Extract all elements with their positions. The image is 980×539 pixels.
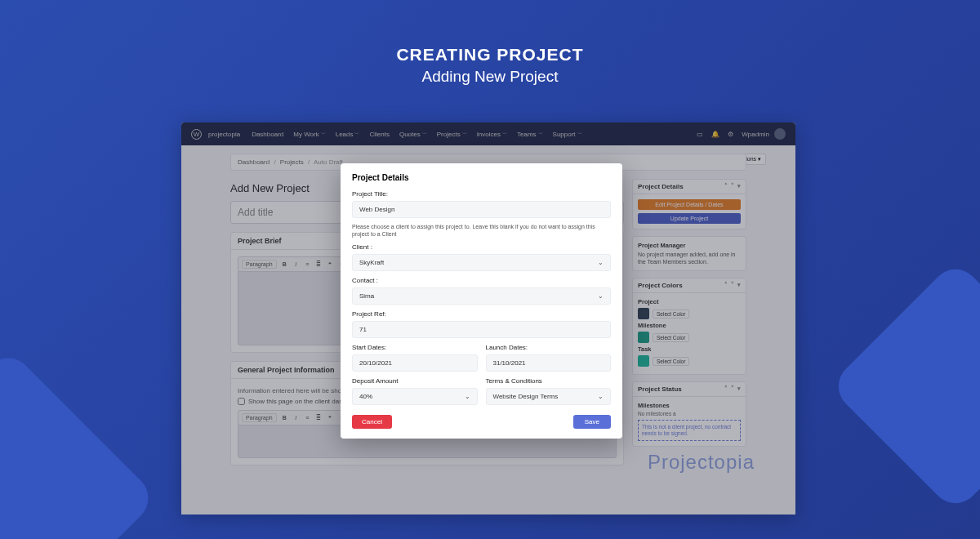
select-color-button[interactable]: Select Color	[653, 357, 689, 366]
nav-projects[interactable]: Projects﹀	[437, 131, 467, 138]
nav-clients[interactable]: Clients	[369, 131, 389, 138]
project-brief-heading: Project Brief	[238, 237, 282, 245]
list-icon[interactable]: ≡	[304, 261, 311, 267]
screenshot-window: W projectopia Dashboard My Work﹀ Leads﹀ …	[181, 122, 795, 514]
paragraph-select-2[interactable]: Paragraph	[242, 413, 277, 422]
paragraph-select[interactable]: Paragraph	[242, 260, 277, 269]
breadcrumb-current: Auto Draft	[314, 158, 343, 166]
checkbox-input[interactable]	[238, 398, 245, 405]
swatch-project	[638, 308, 649, 319]
expand-icon[interactable]: ˅	[731, 282, 734, 289]
expand-icon[interactable]: ˅	[731, 183, 734, 190]
chat-icon[interactable]: ▭	[697, 131, 703, 138]
sidebar-project-status: Project Status ˄˅▾ Milestones No milesto…	[632, 381, 746, 447]
collapse-icon[interactable]: ˄	[724, 282, 728, 289]
chevron-down-icon: ⌄	[465, 393, 470, 400]
contact-label: Contact :	[352, 277, 611, 284]
project-title-field[interactable]: Web Design	[352, 201, 611, 218]
swatch-task	[638, 355, 649, 367]
user-name[interactable]: Wpadmin	[742, 131, 769, 138]
sidebar-project-colors: Project Colors ˄˅▾ Project Select Color …	[632, 278, 746, 375]
select-color-button[interactable]: Select Color	[653, 333, 689, 342]
project-details-modal: Project Details Project Title: Web Desig…	[341, 163, 622, 439]
deposit-select[interactable]: 40%⌄	[352, 388, 478, 405]
chevron-down-icon: ⌄	[598, 259, 604, 266]
launch-date-field[interactable]: 31/10/2021	[486, 354, 612, 372]
bold-icon[interactable]: B	[281, 261, 288, 267]
collapse-icon[interactable]: ˄	[724, 385, 728, 393]
cancel-button[interactable]: Cancel	[352, 415, 392, 429]
hero-subtitle: Adding New Project	[0, 68, 980, 86]
projectopia-logo: Projectopia	[648, 451, 755, 474]
modal-help-text: Please choose a client to assign this pr…	[352, 223, 611, 238]
breadcrumb-dashboard[interactable]: Dashboard	[238, 158, 270, 166]
chevron-down-icon: ⌄	[598, 292, 604, 300]
nav-mywork[interactable]: My Work﹀	[293, 131, 325, 138]
launch-date-label: Launch Dates:	[486, 344, 612, 351]
client-label: Client :	[352, 243, 611, 251]
collapse-icon[interactable]: ˄	[724, 183, 728, 190]
sidebar-project-details: Project Details ˄˅▾ Edit Project Details…	[632, 179, 746, 229]
project-title-label: Project Title:	[352, 190, 611, 198]
edit-details-button[interactable]: Edit Project Details / Dates	[638, 199, 741, 210]
chevron-down-icon: ⌄	[598, 393, 604, 400]
terms-select[interactable]: Website Design Terms⌄	[486, 388, 612, 405]
quote-icon[interactable]: ❝	[327, 261, 334, 268]
list-ol-icon[interactable]: ≣	[315, 415, 323, 421]
client-select[interactable]: SkyKraft⌄	[352, 254, 611, 271]
contact-select[interactable]: Sima⌄	[352, 287, 611, 305]
swatch-milestone	[638, 332, 649, 343]
modal-title: Project Details	[352, 173, 611, 182]
nav-teams[interactable]: Teams﹀	[517, 131, 543, 138]
list-icon[interactable]: ≡	[304, 415, 311, 421]
quote-icon[interactable]: ❝	[327, 415, 334, 421]
wordpress-icon: W	[191, 129, 202, 140]
manager-heading: Project Manager	[638, 242, 741, 249]
expand-icon[interactable]: ˅	[731, 385, 734, 393]
start-date-label: Start Dates:	[352, 344, 478, 351]
toggle-icon[interactable]: ▾	[737, 282, 741, 289]
sidebar-project-manager: Project Manager No project manager added…	[632, 236, 746, 271]
hero-title: CREATING PROJECT	[0, 45, 980, 65]
toggle-icon[interactable]: ▾	[737, 385, 741, 393]
save-button[interactable]: Save	[573, 415, 611, 429]
nav-invoices[interactable]: Invoices﹀	[477, 131, 507, 138]
status-notice: This is not a client project, no contrac…	[638, 420, 741, 441]
nav-support[interactable]: Support﹀	[553, 131, 582, 138]
bold-icon[interactable]: B	[281, 415, 288, 421]
select-color-button[interactable]: Select Color	[653, 310, 689, 318]
start-date-field[interactable]: 20/10/2021	[352, 354, 478, 372]
project-ref-field[interactable]: 71	[352, 321, 611, 338]
avatar[interactable]	[774, 128, 786, 140]
terms-label: Terms & Conditions	[486, 377, 612, 385]
list-ol-icon[interactable]: ≣	[315, 261, 323, 268]
nav-leads[interactable]: Leads﹀	[336, 131, 360, 138]
bell-icon[interactable]: 🔔	[711, 131, 719, 138]
general-heading: General Project Information	[238, 366, 335, 374]
ref-label: Project Ref:	[352, 310, 611, 318]
italic-icon[interactable]: I	[292, 415, 300, 421]
manager-text: No project manager added, add one in the…	[638, 251, 741, 265]
nav-quotes[interactable]: Quotes﹀	[399, 131, 427, 138]
toggle-icon[interactable]: ▾	[737, 183, 741, 190]
gear-icon[interactable]: ⚙	[728, 131, 733, 138]
brand-name: projectopia	[208, 131, 240, 138]
top-nav: W projectopia Dashboard My Work﹀ Leads﹀ …	[181, 122, 795, 145]
deposit-label: Deposit Amount	[352, 377, 478, 385]
update-project-button[interactable]: Update Project	[638, 213, 741, 224]
milestones-label: Milestones	[638, 402, 741, 409]
breadcrumb-projects[interactable]: Projects	[280, 158, 304, 166]
italic-icon[interactable]: I	[292, 261, 300, 267]
nav-dashboard[interactable]: Dashboard	[252, 131, 283, 138]
milestones-none: No milestones a	[638, 411, 741, 416]
